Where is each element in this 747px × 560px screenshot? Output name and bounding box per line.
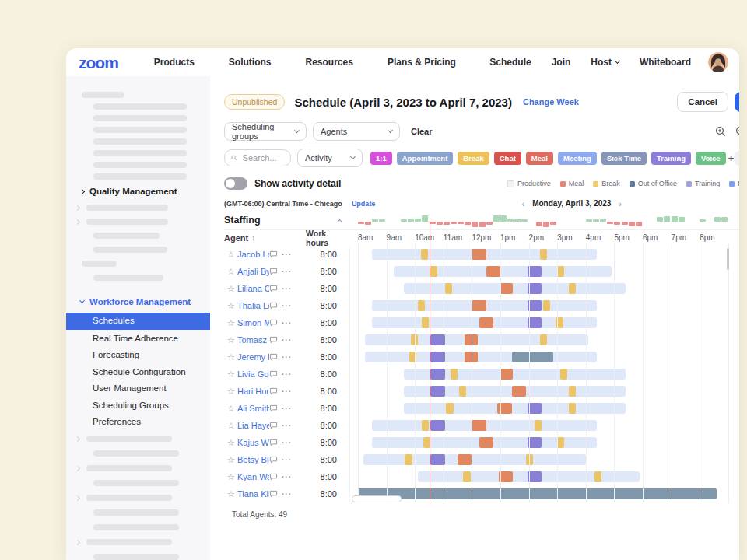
clear-filters-button[interactable]: Clear: [411, 127, 433, 136]
sidebar-item-user-management[interactable]: User Management: [66, 381, 210, 397]
activity-badge-meeting[interactable]: Meeting: [558, 152, 597, 165]
nav-item-whiteboard[interactable]: Whiteboard: [640, 57, 691, 68]
activity-badge-training[interactable]: Training: [651, 152, 691, 165]
activity-block-break[interactable]: [421, 249, 428, 260]
star-icon[interactable]: ☆: [227, 489, 237, 499]
agent-name-link[interactable]: Lia Hayes: [237, 421, 269, 430]
agent-name-link[interactable]: Betsy Black: [237, 455, 269, 464]
star-icon[interactable]: ☆: [227, 404, 237, 414]
activity-block-meal[interactable]: [472, 420, 486, 431]
activity-block-break[interactable]: [535, 420, 542, 431]
agent-name-link[interactable]: Livia Golden: [237, 369, 269, 379]
activity-block-break[interactable]: [405, 454, 412, 465]
scheduling-groups-select[interactable]: Scheduling groups: [224, 122, 307, 141]
row-menu-button[interactable]: ···: [282, 353, 296, 362]
change-week-link[interactable]: Change Week: [523, 97, 579, 107]
chat-icon[interactable]: [269, 285, 282, 292]
star-icon[interactable]: ☆: [227, 421, 237, 431]
agent-name-link[interactable]: Simon Meza: [237, 318, 269, 327]
chat-icon[interactable]: [269, 319, 282, 327]
shift-bar[interactable]: [363, 454, 585, 465]
star-icon[interactable]: ☆: [227, 267, 237, 277]
activity-block-meal[interactable]: [500, 369, 513, 380]
chat-icon[interactable]: [269, 353, 282, 361]
sidebar-item-real-time-adherence[interactable]: Real Time Adherence: [66, 331, 210, 347]
nav-item-host[interactable]: Host: [591, 57, 619, 68]
star-icon[interactable]: ☆: [227, 352, 237, 362]
shift-bar[interactable]: [404, 283, 626, 294]
activity-block-break[interactable]: [451, 369, 458, 380]
activity-block-meal[interactable]: [512, 386, 526, 397]
chat-icon[interactable]: [269, 302, 282, 310]
activity-block-break[interactable]: [594, 471, 601, 482]
nav-item-products[interactable]: Products: [154, 57, 195, 68]
row-menu-button[interactable]: ···: [282, 319, 296, 327]
activity-block-meal[interactable]: [479, 437, 493, 448]
sidebar-item-workforce-management[interactable]: Workforce Management: [66, 292, 210, 311]
star-icon[interactable]: ☆: [227, 250, 237, 260]
activity-block-break[interactable]: [446, 403, 453, 414]
activity-block-break[interactable]: [422, 420, 429, 431]
shift-bar[interactable]: [365, 352, 597, 362]
agent-name-link[interactable]: Liliana Cooper: [237, 284, 269, 293]
activity-block-break[interactable]: [540, 334, 547, 345]
nav-item-plans-pricing[interactable]: Plans & Pricing: [388, 57, 456, 68]
activity-block-break[interactable]: [418, 300, 425, 311]
undo-button[interactable]: ↺ Undo: [734, 151, 739, 166]
row-menu-button[interactable]: ···: [282, 336, 296, 345]
row-menu-button[interactable]: ···: [282, 422, 296, 430]
activity-block-oof[interactable]: [512, 352, 553, 362]
cancel-button[interactable]: Cancel: [677, 92, 728, 112]
search-box[interactable]: [224, 149, 291, 166]
activity-block-break[interactable]: [430, 266, 437, 277]
row-menu-button[interactable]: ···: [282, 404, 296, 413]
zoom-logo[interactable]: zoom: [79, 54, 118, 71]
chat-icon[interactable]: [269, 473, 282, 481]
chat-icon[interactable]: [269, 404, 282, 412]
vertical-scrollbar[interactable]: [727, 248, 729, 270]
row-menu-button[interactable]: ···: [282, 387, 296, 396]
agent-name-link[interactable]: Anjali Byrne: [237, 267, 269, 276]
nav-item-join[interactable]: Join: [552, 57, 571, 68]
agents-select[interactable]: Agents: [313, 122, 400, 141]
activity-block-meal[interactable]: [486, 266, 500, 277]
nav-item-schedule[interactable]: Schedule: [489, 57, 531, 68]
activity-block-break[interactable]: [540, 249, 547, 260]
row-menu-button[interactable]: ···: [282, 490, 296, 499]
activity-block-break[interactable]: [422, 317, 429, 328]
nav-item-solutions[interactable]: Solutions: [229, 57, 272, 68]
sidebar-item-quality-management[interactable]: Quality Management: [66, 182, 210, 201]
row-menu-button[interactable]: ···: [282, 473, 296, 481]
activity-block-break[interactable]: [463, 471, 470, 482]
chat-icon[interactable]: [269, 370, 282, 378]
avatar[interactable]: [708, 52, 728, 72]
star-icon[interactable]: ☆: [227, 335, 237, 345]
agent-name-link[interactable]: Tiana Kline: [237, 489, 269, 499]
activity-block-oof[interactable]: [358, 488, 717, 499]
agent-name-link[interactable]: Jacob Lawson: [237, 250, 269, 259]
collapse-staffing-icon[interactable]: [337, 219, 342, 225]
row-menu-button[interactable]: ···: [282, 268, 296, 276]
star-icon[interactable]: ☆: [227, 387, 237, 397]
star-icon[interactable]: ☆: [227, 284, 237, 294]
activity-badge-appointment[interactable]: Appointment: [397, 152, 454, 165]
activity-badge-sick-time[interactable]: Sick Time: [601, 152, 647, 165]
activity-badge-meal[interactable]: Meal: [526, 152, 553, 165]
agent-name-link[interactable]: Hari Horn: [237, 387, 269, 396]
star-icon[interactable]: ☆: [227, 301, 237, 311]
activity-block-meal[interactable]: [472, 300, 486, 311]
chat-icon[interactable]: [269, 268, 282, 275]
agent-name-link[interactable]: Jeremy Foster: [237, 352, 269, 362]
chat-icon[interactable]: [269, 387, 282, 395]
agent-name-link[interactable]: Tomasz Wise: [237, 335, 269, 345]
agent-name-link[interactable]: Ali Smith: [237, 404, 269, 413]
zoom-in-icon[interactable]: [715, 126, 726, 137]
activity-block-break[interactable]: [569, 283, 576, 294]
agent-name-link[interactable]: Kajus Weeks: [237, 438, 269, 447]
activity-badge-break[interactable]: Break: [458, 152, 489, 165]
star-icon[interactable]: ☆: [227, 369, 237, 380]
activity-block-break[interactable]: [459, 386, 466, 397]
sidebar-item-schedule-configuration[interactable]: Schedule Configuration: [66, 365, 210, 380]
agent-name-link[interactable]: Thalia Lozano: [237, 301, 269, 310]
nav-item-resources[interactable]: Resources: [306, 57, 353, 68]
